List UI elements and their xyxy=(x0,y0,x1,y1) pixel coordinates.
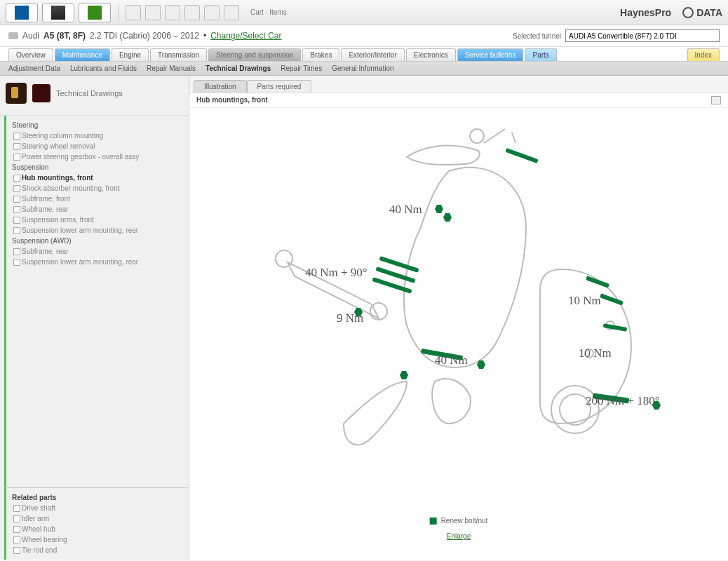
torque-40b: 40 Nm xyxy=(435,353,468,367)
svg-point-5 xyxy=(551,386,599,433)
content-tabs: Illustration Parts required xyxy=(189,76,728,93)
tree-susp-arms-front[interactable]: Suspension arms, front xyxy=(6,215,186,225)
diagram-svg xyxy=(196,115,715,508)
brand-haynes: HaynesPro xyxy=(620,7,671,18)
tab-steering-suspension[interactable]: Steering and suspension xyxy=(208,48,301,61)
tree-awd-lower-rear[interactable]: Suspension lower arm mounting, rear xyxy=(6,257,186,267)
veh-prefix: Audi xyxy=(22,31,39,41)
car-icon xyxy=(8,32,18,39)
app-button-2[interactable] xyxy=(79,3,111,22)
related-wheel-hub[interactable]: Wheel hub xyxy=(6,524,184,534)
torque-40: 40 Nm xyxy=(389,203,422,217)
side-head: Technical Drawings xyxy=(0,76,189,116)
tree-group-suspension-awd[interactable]: Suspension (AWD) xyxy=(6,236,186,246)
content-title: Hub mountings, front xyxy=(196,96,268,104)
gear-icon xyxy=(682,7,694,18)
brand-data: DATA xyxy=(682,7,722,18)
tab-index[interactable]: Index xyxy=(687,48,720,61)
sub-tabs: Adjustment Data Lubricants and Fluids Re… xyxy=(0,62,728,76)
subtab-lubricants[interactable]: Lubricants and Fluids xyxy=(70,65,137,72)
side-panel: Technical Drawings Steering Steering col… xyxy=(0,76,189,560)
drawings-icon xyxy=(6,83,27,104)
diagram: 40 Nm 40 Nm + 90° 9 Nm 10 Nm 40 Nm 10 Nm… xyxy=(196,115,721,553)
brand-data-text: DATA xyxy=(696,7,722,18)
subtab-repair-manuals[interactable]: Repair Manuals xyxy=(147,65,196,72)
related-parts: Related parts Drive shaft Idler arm Whee… xyxy=(4,487,189,560)
tree-steering-col[interactable]: Steering column mounting xyxy=(6,130,186,141)
subtab-adjustment[interactable]: Adjustment Data xyxy=(8,65,60,72)
svg-point-1 xyxy=(276,250,292,267)
ctab-illustration[interactable]: Illustration xyxy=(194,80,247,93)
legend-label: Renew bolt/nut xyxy=(441,517,488,525)
torque-10b: 10 Nm xyxy=(579,346,612,360)
tree-subframe-front[interactable]: Subframe, front xyxy=(6,194,186,204)
veh-model: A5 (8T, 8F) xyxy=(43,31,86,41)
tab-transmission[interactable]: Transmission xyxy=(150,48,207,61)
main-toolbar: Cart · Items HaynesPro DATA xyxy=(0,0,728,25)
tool-small-4[interactable] xyxy=(184,5,200,20)
tree-steering-wheel[interactable]: Steering wheel removal xyxy=(6,141,186,151)
related-idler-arm[interactable]: Idler arm xyxy=(6,513,184,524)
subtab-technical-drawings[interactable]: Technical Drawings xyxy=(205,65,271,72)
tree-group-suspension[interactable]: Suspension xyxy=(6,162,186,173)
subtab-general-info[interactable]: General Information xyxy=(332,65,393,72)
change-car-link[interactable]: Change/Select Car xyxy=(210,31,281,41)
ctab-parts-required[interactable]: Parts required xyxy=(247,80,312,93)
torque-9: 9 Nm xyxy=(337,311,363,325)
tab-brakes[interactable]: Brakes xyxy=(302,48,339,61)
tab-overview[interactable]: Overview xyxy=(8,48,53,61)
tool-small-6[interactable] xyxy=(224,5,239,20)
svg-line-7 xyxy=(484,129,505,143)
subtab-repair-times[interactable]: Repair Times xyxy=(281,65,322,72)
tunnel-select[interactable] xyxy=(565,29,720,42)
tab-exterior[interactable]: Exterior/Interior xyxy=(341,48,404,61)
tree-shock-front[interactable]: Shock absorber mounting, front xyxy=(6,183,186,194)
tree-power-steering[interactable]: Power steering gearbox - overall assy xyxy=(6,151,186,162)
tree-hub-front[interactable]: Hub mountings, front xyxy=(6,173,186,183)
tree-awd-subframe-rear[interactable]: Subframe, rear xyxy=(6,246,186,257)
tab-parts[interactable]: Parts xyxy=(525,48,556,61)
legend-square-icon xyxy=(430,518,437,525)
tab-bulletins[interactable]: Service bulletins xyxy=(457,48,524,61)
print-icon[interactable] xyxy=(711,96,721,104)
drawings-icon-2 xyxy=(32,84,50,102)
tool-small-5[interactable] xyxy=(204,5,220,20)
related-tie-rod[interactable]: Tie rod end xyxy=(6,545,184,555)
enlarge-link[interactable]: Enlarge xyxy=(447,532,471,540)
svg-point-0 xyxy=(470,129,484,143)
vehicle-bar: Audi A5 (8T, 8F) 2.2 TDI (Cabrio) 2006 –… xyxy=(0,25,728,47)
tree-group-steering[interactable]: Steering xyxy=(6,120,186,130)
legend: Renew bolt/nut xyxy=(430,517,488,525)
svg-line-8 xyxy=(512,133,515,143)
side-title: Technical Drawings xyxy=(56,89,123,97)
tree-subframe-rear[interactable]: Subframe, rear xyxy=(6,204,186,215)
related-head: Related parts xyxy=(6,492,184,503)
tool-small-3[interactable] xyxy=(165,5,180,20)
torque-10a: 10 Nm xyxy=(568,294,601,308)
tree-susp-lower-rear[interactable]: Suspension lower arm mounting, rear xyxy=(6,225,186,236)
related-drive-shaft[interactable]: Drive shaft xyxy=(6,503,184,513)
drawing-tree: Steering Steering column mounting Steeri… xyxy=(4,116,189,487)
torque-200-180: 200 Nm + 180° xyxy=(586,394,660,408)
tool-small-2[interactable] xyxy=(145,5,161,20)
main-tabs: Overview Maintenance Engine Transmission… xyxy=(0,47,728,62)
tool-small-1[interactable] xyxy=(126,5,141,20)
home-button[interactable] xyxy=(6,3,38,22)
tunnel-label: Selected tunnel xyxy=(513,32,561,40)
torque-40-90: 40 Nm + 90° xyxy=(305,266,368,280)
tab-engine[interactable]: Engine xyxy=(112,48,149,61)
tab-maintenance[interactable]: Maintenance xyxy=(55,48,110,61)
cart-label: Cart · Items xyxy=(250,8,287,16)
content-head: Hub mountings, front xyxy=(189,93,728,108)
veh-variant: 2.2 TDI (Cabrio) 2006 – 2012 xyxy=(90,31,199,41)
main-area: Technical Drawings Steering Steering col… xyxy=(0,76,728,560)
content-area: Illustration Parts required Hub mounting… xyxy=(189,76,728,560)
divider xyxy=(118,4,119,21)
app-button-1[interactable] xyxy=(42,3,74,22)
tab-electronics[interactable]: Electronics xyxy=(406,48,456,61)
related-wheel-bearing[interactable]: Wheel bearing xyxy=(6,534,184,545)
